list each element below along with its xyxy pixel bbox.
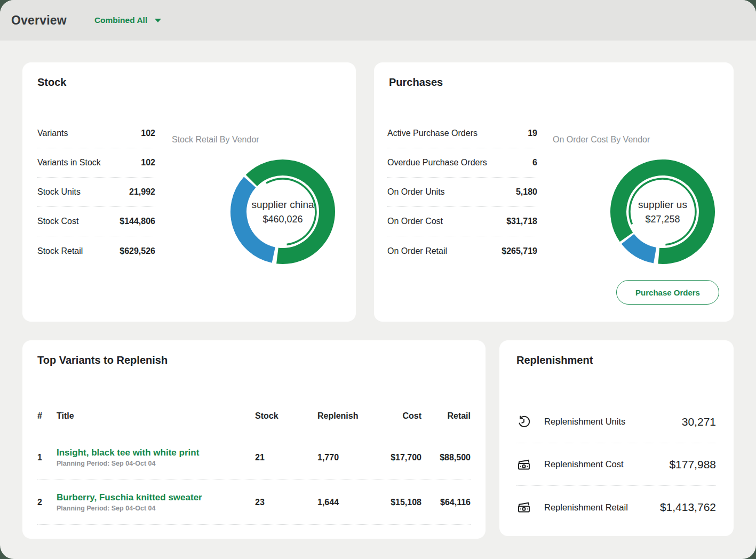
stat-label: Stock Cost: [37, 217, 78, 226]
caret-down-icon: [155, 19, 161, 22]
stat-row-on-order-cost: On Order Cost $31,718: [387, 207, 537, 236]
col-header-replenish: Replenish: [317, 411, 384, 421]
cash-icon: [516, 500, 531, 515]
top-variants-card-title: Top Variants to Replenish: [37, 354, 168, 366]
table-row: 2 Burberry, Fuschia knitted sweater Plan…: [37, 480, 471, 525]
replenishment-value: $177,988: [669, 458, 716, 471]
col-header-stock: Stock: [255, 411, 317, 421]
col-header-retail: Retail: [421, 411, 471, 421]
replenishment-value: $1,413,762: [660, 501, 716, 514]
stat-value: 5,180: [516, 187, 537, 197]
stat-label: Active Purchase Orders: [387, 129, 478, 138]
history-icon: [516, 414, 531, 429]
stat-value: 21,992: [129, 187, 155, 197]
cell-replenish: 1,644: [317, 498, 384, 507]
stat-label: On Order Units: [387, 187, 445, 197]
variants-table-body: 1 Insight, black tee with white print Pl…: [37, 435, 471, 525]
cell-stock: 21: [255, 453, 317, 462]
stat-value: $31,718: [506, 217, 537, 226]
stat-row-stock-units: Stock Units 21,992: [37, 178, 155, 207]
cell-title: Insight, black tee with white print Plan…: [57, 448, 255, 468]
stat-label: Stock Retail: [37, 246, 83, 256]
stat-row-variants: Variants 102: [37, 119, 155, 148]
purchases-chart-label: On Order Cost By Vendor: [553, 135, 650, 145]
stat-label: On Order Cost: [387, 217, 443, 226]
scope-selector-dropdown[interactable]: Combined All: [94, 15, 161, 25]
stat-row-variants-in-stock: Variants in Stock 102: [37, 148, 155, 178]
scope-selector-value: Combined All: [94, 15, 147, 25]
variants-table: # Title Stock Replenish Cost Retail 1 In…: [37, 410, 471, 525]
stat-row-active-purchase-orders: Active Purchase Orders 19: [387, 119, 537, 148]
stock-card-title: Stock: [37, 76, 66, 89]
col-header-rank: #: [37, 411, 57, 421]
overview-page: Overview Combined All Stock Variants 102…: [0, 0, 756, 559]
stat-label: Stock Units: [37, 187, 81, 197]
col-header-title: Title: [57, 411, 255, 421]
replenishment-retail-row: Replenishment Retail $1,413,762: [516, 486, 716, 529]
planning-period-label: Planning Period: Sep 04-Oct 04: [57, 460, 155, 467]
variant-title-link[interactable]: Burberry, Fuschia knitted sweater: [57, 492, 255, 503]
stat-label: Variants in Stock: [37, 158, 101, 167]
top-bar: Overview Combined All: [0, 0, 756, 41]
stat-label: On Order Retail: [387, 246, 447, 256]
replenishment-label: Replenishment Units: [544, 417, 625, 427]
cell-cost: $15,108: [384, 498, 421, 507]
page-title: Overview: [11, 13, 67, 28]
stock-card: Stock Variants 102 Variants in Stock 102…: [22, 62, 356, 322]
stat-row-on-order-retail: On Order Retail $265,719: [387, 236, 537, 266]
top-variants-card: Top Variants to Replenish # Title Stock …: [22, 340, 486, 539]
stat-row-overdue-purchase-orders: Overdue Purchase Orders 6: [387, 148, 537, 178]
stat-value: $265,719: [502, 246, 537, 256]
stat-label: Overdue Purchase Orders: [387, 158, 487, 167]
planning-period-label: Planning Period: Sep 04-Oct 04: [57, 505, 155, 512]
cell-cost: $17,700: [384, 453, 421, 462]
stat-value: $629,526: [120, 246, 155, 256]
purchases-card: Purchases Active Purchase Orders 19 Over…: [374, 62, 734, 322]
replenishment-card-title: Replenishment: [516, 354, 593, 366]
cell-retail: $88,500: [421, 453, 471, 462]
stock-stats-list: Variants 102 Variants in Stock 102 Stock…: [37, 119, 155, 266]
cell-stock: 23: [255, 498, 317, 507]
stat-value: 6: [532, 158, 537, 167]
on-order-cost-by-vendor-donut-chart[interactable]: supplier us $27,258: [609, 158, 716, 265]
cell-title: Burberry, Fuschia knitted sweater Planni…: [57, 492, 255, 513]
stat-value: $144,806: [120, 217, 155, 226]
stat-row-stock-cost: Stock Cost $144,806: [37, 207, 155, 236]
purchase-orders-button[interactable]: Purchase Orders: [616, 280, 719, 305]
purchases-card-title: Purchases: [389, 76, 443, 89]
replenishment-cost-row: Replenishment Cost $177,988: [516, 443, 716, 486]
replenishment-label: Replenishment Retail: [544, 502, 628, 513]
replenishment-card: Replenishment Replenishment Units 30,271: [499, 340, 734, 536]
cell-rank: 1: [37, 453, 57, 462]
replenishment-value: 30,271: [682, 416, 716, 428]
stat-label: Variants: [37, 129, 68, 138]
cell-replenish: 1,770: [317, 453, 384, 462]
variant-title-link[interactable]: Insight, black tee with white print: [57, 448, 255, 458]
stock-chart-label: Stock Retail By Vendor: [172, 135, 259, 145]
stat-row-on-order-units: On Order Units 5,180: [387, 178, 537, 207]
col-header-cost: Cost: [384, 411, 421, 421]
stock-retail-by-vendor-donut-chart[interactable]: supplier china $460,026: [229, 158, 336, 265]
purchases-stats-list: Active Purchase Orders 19 Overdue Purcha…: [387, 119, 537, 266]
cell-retail: $64,116: [421, 498, 471, 507]
cash-icon: [516, 457, 531, 472]
stat-value: 19: [528, 129, 537, 138]
replenishment-units-row: Replenishment Units 30,271: [516, 401, 716, 443]
stat-row-stock-retail: Stock Retail $629,526: [37, 236, 155, 266]
table-row: 1 Insight, black tee with white print Pl…: [37, 435, 471, 480]
content-area: Stock Variants 102 Variants in Stock 102…: [0, 41, 756, 559]
cell-rank: 2: [37, 498, 57, 507]
replenishment-label: Replenishment Cost: [544, 459, 624, 469]
stat-value: 102: [141, 129, 155, 138]
stat-value: 102: [141, 158, 155, 167]
variants-table-header: # Title Stock Replenish Cost Retail: [37, 410, 471, 422]
replenishment-rows: Replenishment Units 30,271 Replenishment…: [516, 401, 716, 529]
